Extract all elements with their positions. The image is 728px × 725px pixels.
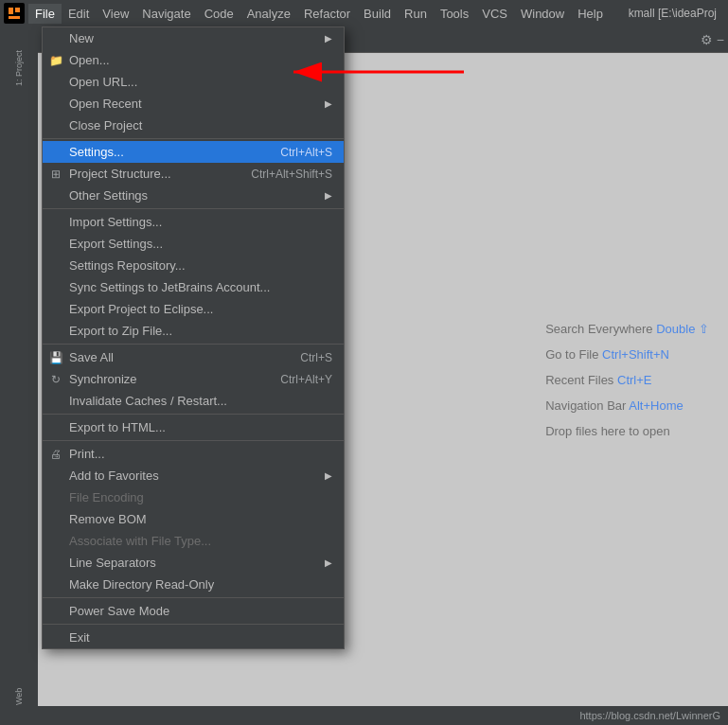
menu-item-other-settings[interactable]: Other Settings ▶ (43, 185, 344, 206)
left-sidebar: 1: Project Web (0, 27, 38, 725)
menu-item-invalidate-caches[interactable]: Invalidate Caches / Restart... (43, 390, 344, 412)
menu-separator-2 (43, 208, 344, 209)
shortcut-navbar: Navigation Bar Alt+Home (545, 398, 709, 413)
menubar: File Edit View Navigate Code Analyze Ref… (0, 0, 728, 27)
menu-separator-1 (43, 138, 344, 139)
menu-navigate[interactable]: Navigate (135, 4, 197, 24)
arrow-icon: ▶ (325, 470, 332, 481)
svg-rect-1 (9, 8, 13, 14)
menu-separator-5 (43, 440, 344, 441)
menu-item-project-structure[interactable]: ⊞ Project Structure... Ctrl+Alt+Shift+S (43, 163, 344, 185)
menu-item-save-all[interactable]: 💾 Save All Ctrl+S (43, 346, 344, 368)
arrow-icon: ▶ (325, 98, 332, 109)
ide-logo (4, 3, 25, 24)
menu-item-power-save[interactable]: Power Save Mode (43, 600, 344, 622)
shortcut-goto-file: Go to File Ctrl+Shift+N (545, 347, 709, 362)
settings-shortcut: Ctrl+Alt+S (280, 146, 332, 159)
menu-item-print[interactable]: 🖨 Print... (43, 443, 344, 465)
status-bar: https://blog.csdn.net/LwinnerG (0, 706, 728, 725)
sync-icon: ↻ (48, 372, 63, 387)
shortcut-hints: Search Everywhere Double ⇧ Go to File Ct… (545, 322, 709, 438)
save-all-shortcut: Ctrl+S (300, 351, 332, 364)
menu-separator-3 (43, 344, 344, 345)
arrow-icon: ▶ (325, 557, 332, 568)
menu-item-open[interactable]: 📁 Open... (43, 49, 344, 71)
arrow-icon: ▶ (325, 33, 332, 44)
shortcut-search: Search Everywhere Double ⇧ (545, 322, 709, 336)
menu-item-export-eclipse[interactable]: Export Project to Eclipse... (43, 298, 344, 320)
menu-item-make-readonly[interactable]: Make Directory Read-Only (43, 574, 344, 595)
menu-item-associate-filetype: Associate with File Type... (43, 530, 344, 552)
menu-window[interactable]: Window (514, 4, 571, 24)
arrow-icon: ▶ (325, 190, 332, 201)
menu-item-open-recent[interactable]: Open Recent ▶ (43, 93, 344, 115)
menu-item-exit[interactable]: Exit (43, 627, 344, 648)
menu-edit[interactable]: Edit (62, 4, 96, 24)
menu-help[interactable]: Help (571, 4, 610, 24)
grid-icon: ⊞ (48, 167, 63, 182)
floppy-icon: 💾 (48, 350, 63, 365)
shortcut-drop: Drop files here to open (545, 424, 709, 438)
sidebar-project-btn[interactable]: 1: Project (9, 40, 28, 97)
svg-rect-3 (15, 8, 20, 12)
menu-item-new[interactable]: New ▶ (43, 27, 344, 49)
status-url: https://blog.csdn.net/LwinnerG (579, 710, 720, 721)
menu-separator-7 (43, 624, 344, 625)
menu-item-file-encoding: File Encoding (43, 486, 344, 508)
menu-separator-6 (43, 597, 344, 598)
gear-icon[interactable]: ⚙ (701, 32, 713, 47)
menu-item-open-url[interactable]: Open URL... (43, 71, 344, 93)
minimize-icon[interactable]: − (717, 32, 724, 47)
menu-item-settings[interactable]: Settings... Ctrl+Alt+S (43, 141, 344, 163)
menu-item-export-zip[interactable]: Export to Zip File... (43, 320, 344, 342)
menu-tools[interactable]: Tools (434, 4, 475, 24)
menu-item-sync-jetbrains[interactable]: Sync Settings to JetBrains Account... (43, 276, 344, 298)
menu-refactor[interactable]: Refactor (297, 4, 357, 24)
menu-build[interactable]: Build (357, 4, 398, 24)
menu-item-close-project[interactable]: Close Project (43, 115, 344, 136)
menu-item-import-settings[interactable]: Import Settings... (43, 211, 344, 233)
menu-item-export-html[interactable]: Export to HTML... (43, 416, 344, 438)
menu-analyze[interactable]: Analyze (240, 4, 297, 24)
menu-separator-4 (43, 414, 344, 415)
svg-rect-2 (9, 16, 20, 19)
sync-shortcut: Ctrl+Alt+Y (280, 373, 332, 386)
file-menu-dropdown: New ▶ 📁 Open... Open URL... Open Recent … (42, 27, 345, 649)
menu-vcs[interactable]: VCS (475, 4, 514, 24)
menu-code[interactable]: Code (198, 4, 240, 24)
menu-item-line-separators[interactable]: Line Separators ▶ (43, 552, 344, 574)
menu-run[interactable]: Run (398, 4, 434, 24)
shortcut-recent: Recent Files Ctrl+E (545, 373, 709, 387)
folder-icon: 📁 (48, 53, 63, 68)
menu-item-remove-bom[interactable]: Remove BOM (43, 508, 344, 530)
menu-item-synchronize[interactable]: ↻ Synchronize Ctrl+Alt+Y (43, 368, 344, 390)
user-info: kmall [E:\ideaProj (629, 7, 724, 20)
menu-file[interactable]: File (28, 4, 62, 24)
menu-item-export-settings[interactable]: Export Settings... (43, 233, 344, 255)
menu-view[interactable]: View (96, 4, 135, 24)
project-structure-shortcut: Ctrl+Alt+Shift+S (251, 168, 332, 181)
menu-item-add-favorites[interactable]: Add to Favorites ▶ (43, 465, 344, 486)
menu-item-settings-repo[interactable]: Settings Repository... (43, 255, 344, 276)
print-icon: 🖨 (48, 447, 63, 462)
